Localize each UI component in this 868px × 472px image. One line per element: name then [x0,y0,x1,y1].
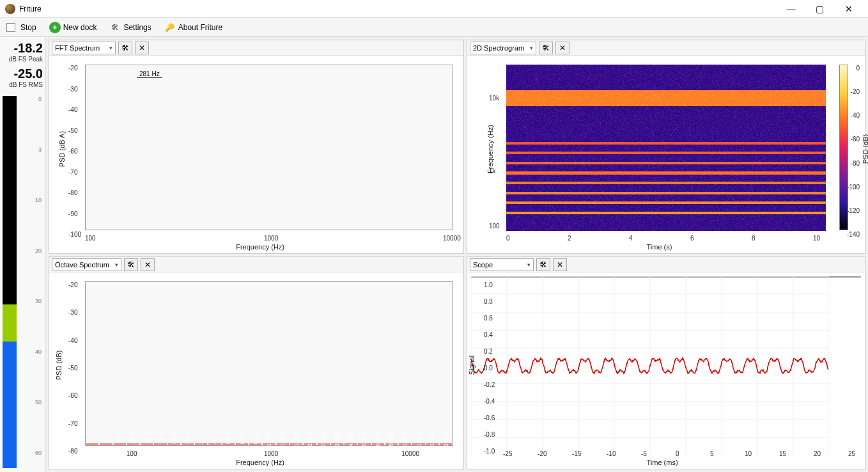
spec-settings-button[interactable]: 🛠 [539,42,553,54]
close-icon: ✕ [144,260,151,269]
level-meter: 03102030405060 [0,96,43,468]
level-meter-panel: -18.2 dB FS Peak -25.0 dB FS RMS 0310203… [0,37,46,472]
close-icon: ✕ [139,43,145,52]
fft-settings-button[interactable]: 🛠 [118,42,132,54]
stop-button[interactable]: Stop [4,22,39,33]
about-label: About Friture [178,23,222,32]
toolbar: Stop + New dock 🛠 Settings 🔑 About Fritu… [0,18,868,37]
stop-label: Stop [20,23,36,32]
settings-button[interactable]: 🛠 Settings [107,20,153,35]
settings-label: Settings [123,23,151,32]
new-dock-button[interactable]: + New dock [47,20,100,35]
spec-select-label: 2D Spectrogram [473,44,524,52]
oct-select-label: Octave Spectrum [55,261,109,269]
spectrogram-plot[interactable] [506,65,823,230]
fft-plot[interactable]: 281 Hz [85,65,453,230]
new-dock-label: New dock [63,23,97,32]
stop-icon [6,23,15,32]
fft-close-button[interactable]: ✕ [135,42,149,54]
app-icon [5,4,15,14]
peak-value: -18.2 [13,41,43,56]
fft-select-label: FFT Spectrum [55,44,100,52]
spec-ylabel: Frequency (Hz) [486,125,494,173]
hammer-icon: 🛠 [539,260,547,269]
fft-type-select[interactable]: FFT Spectrum [52,42,116,54]
rms-label: dB FS RMS [9,81,43,88]
spec-type-select[interactable]: 2D Spectrogram [470,42,536,54]
scope-select-label: Scope [473,261,493,269]
hammer-icon: 🛠 [542,43,550,52]
scope-xlabel: Time (ms) [647,459,678,466]
fft-xlabel: Frequency (Hz) [236,243,284,251]
fft-ylabel: PSD (dB A) [58,131,66,167]
maximize-button[interactable]: ▢ [805,0,834,18]
spectrogram-panel: 2D Spectrogram 🛠 ✕ Frequency (Hz) Time (… [467,40,865,254]
hammer-icon: 🛠 [127,260,135,269]
titlebar: Friture — ▢ ✕ [0,0,868,18]
spec-close-button[interactable]: ✕ [555,42,570,54]
scope-plot[interactable] [471,276,861,278]
spec-xlabel: Time (s) [647,243,672,251]
gear-icon: 🛠 [109,22,121,33]
octave-type-select[interactable]: Octave Spectrum [52,258,121,271]
about-button[interactable]: 🔑 About Friture [162,20,225,35]
scope-ylabel: Signal [468,355,476,375]
scope-type-select[interactable]: Scope [470,258,534,271]
window-title: Friture [19,4,777,13]
octave-close-button[interactable]: ✕ [141,258,155,271]
spec-cbar-label: PSD (dB) [862,134,868,163]
octave-panel: Octave Spectrum 🛠 ✕ 50638010012516020025… [49,256,464,469]
scope-settings-button[interactable]: 🛠 [536,258,550,271]
scope-close-button[interactable]: ✕ [553,258,567,271]
close-button[interactable]: ✕ [834,0,863,18]
rms-value: -25.0 [13,67,43,81]
key-icon: 🔑 [164,22,176,33]
oct-ylabel: PSD (dB) [55,350,63,380]
fft-cursor-label: 281 Hz [137,70,162,78]
hammer-icon: 🛠 [121,43,129,52]
peak-label: dB FS Peak [9,56,43,63]
fft-panel: FFT Spectrum 🛠 ✕ 281 Hz PSD (dB A) Frequ… [49,40,464,254]
octave-plot[interactable]: 5063801001251602002503154005006308001.00… [85,281,453,446]
scope-panel: Scope 🛠 ✕ Signal Time (ms) -1.0-0.8-0.6-… [467,256,865,469]
colorbar [839,65,848,230]
plus-icon: + [49,22,61,33]
close-icon: ✕ [557,260,563,269]
minimize-button[interactable]: — [777,0,805,18]
oct-xlabel: Frequency (Hz) [236,459,284,466]
close-icon: ✕ [559,43,566,52]
octave-settings-button[interactable]: 🛠 [124,258,138,271]
